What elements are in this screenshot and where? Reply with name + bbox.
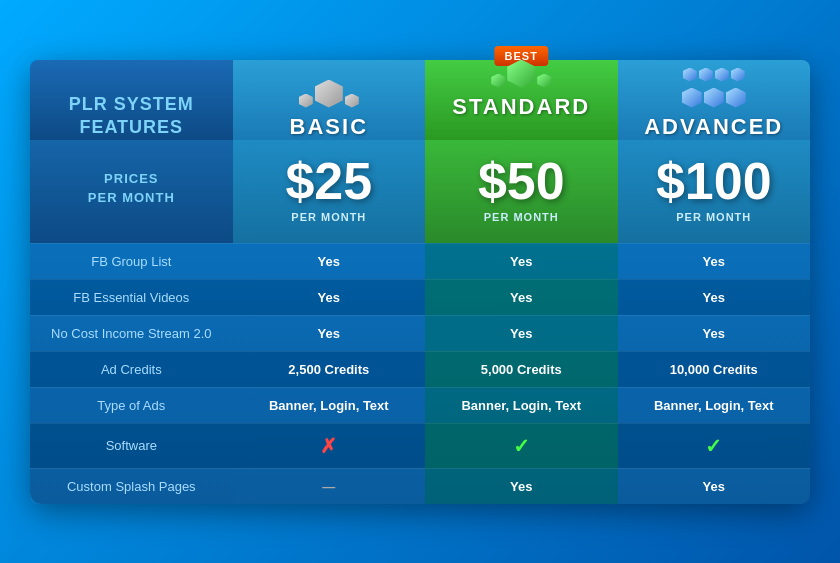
standard-val-0: Yes — [425, 243, 617, 279]
advanced-val-2: Yes — [618, 315, 811, 351]
table-body: PRICES PER MONTH $25 PER MONTH $50 PER M… — [30, 140, 810, 504]
advanced-icon-group-2 — [618, 88, 811, 108]
basic-val-1: Yes — [233, 279, 425, 315]
feature-row-0: FB Group ListYesYesYes — [30, 243, 810, 279]
plan-header-standard: BEST STANDARD — [425, 60, 617, 140]
basic-price-cell: $25 PER MONTH — [233, 140, 425, 243]
adv-icon-2 — [699, 68, 713, 82]
adv-icon-7 — [726, 88, 746, 108]
feature-label-1: FB Essential Videos — [30, 279, 233, 315]
pricing-wrapper: PLR SYSTEM FEATURES BASIC BEST — [30, 60, 810, 504]
adv-icon-3 — [715, 68, 729, 82]
advanced-val-3: 10,000 Credits — [618, 351, 811, 387]
plan-header-basic: BASIC — [233, 60, 425, 140]
standard-val-1: Yes — [425, 279, 617, 315]
basic-val-5: ✗ — [233, 423, 425, 468]
basic-icon-small2 — [345, 94, 359, 108]
basic-icon-small — [299, 94, 313, 108]
standard-icon-group — [425, 60, 617, 88]
cross-icon: ✗ — [320, 435, 337, 457]
feature-label-5: Software — [30, 423, 233, 468]
feature-label-2: No Cost Income Stream 2.0 — [30, 315, 233, 351]
price-row: PRICES PER MONTH $25 PER MONTH $50 PER M… — [30, 140, 810, 243]
feature-label-0: FB Group List — [30, 243, 233, 279]
feature-label-4: Type of Ads — [30, 387, 233, 423]
basic-val-2: Yes — [233, 315, 425, 351]
advanced-val-1: Yes — [618, 279, 811, 315]
standard-val-5: ✓ — [425, 423, 617, 468]
standard-val-4: Banner, Login, Text — [425, 387, 617, 423]
standard-price-cell: $50 PER MONTH — [425, 140, 617, 243]
header-row: PLR SYSTEM FEATURES BASIC BEST — [30, 60, 810, 140]
features-header: PLR SYSTEM FEATURES — [30, 60, 233, 140]
check-icon: ✓ — [705, 435, 722, 457]
basic-icon-large — [315, 80, 343, 108]
advanced-val-0: Yes — [618, 243, 811, 279]
standard-val-2: Yes — [425, 315, 617, 351]
advanced-period: PER MONTH — [628, 211, 801, 223]
advanced-val-4: Banner, Login, Text — [618, 387, 811, 423]
advanced-val-6: Yes — [618, 468, 811, 504]
standard-val-6: Yes — [425, 468, 617, 504]
feature-row-1: FB Essential VideosYesYesYes — [30, 279, 810, 315]
feature-label-6: Custom Splash Pages — [30, 468, 233, 504]
standard-icon-small2 — [537, 74, 551, 88]
advanced-plan-name: ADVANCED — [618, 114, 811, 140]
basic-val-6: — — [233, 468, 425, 504]
advanced-icon-group — [618, 68, 811, 82]
basic-period: PER MONTH — [243, 211, 415, 223]
basic-plan-name: BASIC — [233, 114, 425, 140]
check-icon: ✓ — [513, 435, 530, 457]
advanced-price: $100 — [628, 155, 801, 207]
advanced-price-cell: $100 PER MONTH — [618, 140, 811, 243]
pricing-table: PLR SYSTEM FEATURES BASIC BEST — [30, 60, 810, 504]
basic-val-4: Banner, Login, Text — [233, 387, 425, 423]
feature-row-4: Type of AdsBanner, Login, TextBanner, Lo… — [30, 387, 810, 423]
standard-period: PER MONTH — [435, 211, 607, 223]
basic-icon-group — [233, 80, 425, 108]
plan-header-advanced: ADVANCED — [618, 60, 811, 140]
feature-row-3: Ad Credits2,500 Credits5,000 Credits10,0… — [30, 351, 810, 387]
feature-label-3: Ad Credits — [30, 351, 233, 387]
standard-val-3: 5,000 Credits — [425, 351, 617, 387]
feature-row-6: Custom Splash Pages—YesYes — [30, 468, 810, 504]
adv-icon-1 — [683, 68, 697, 82]
adv-icon-4 — [731, 68, 745, 82]
basic-val-3: 2,500 Credits — [233, 351, 425, 387]
features-header-text: PLR SYSTEM FEATURES — [30, 93, 233, 140]
basic-price: $25 — [243, 155, 415, 207]
prices-label: PRICES PER MONTH — [30, 140, 233, 243]
adv-icon-6 — [704, 88, 724, 108]
standard-icon-small — [491, 74, 505, 88]
dash-icon: — — [322, 479, 335, 494]
adv-icon-5 — [682, 88, 702, 108]
feature-row-2: No Cost Income Stream 2.0YesYesYes — [30, 315, 810, 351]
standard-plan-name: STANDARD — [425, 94, 617, 120]
advanced-val-5: ✓ — [618, 423, 811, 468]
feature-row-5: Software✗✓✓ — [30, 423, 810, 468]
basic-val-0: Yes — [233, 243, 425, 279]
standard-price: $50 — [435, 155, 607, 207]
